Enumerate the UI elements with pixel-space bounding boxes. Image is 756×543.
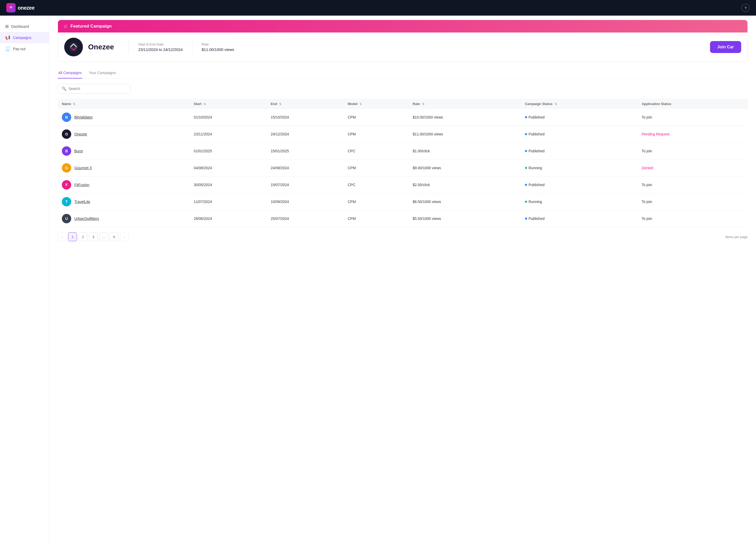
cell-rate: $5.50/1000 views	[409, 210, 521, 227]
status-dot	[525, 133, 527, 135]
featured-body: Onezee Start & End Date 23/11/2024 to 24…	[58, 32, 747, 62]
sort-icon-status: ⇅	[555, 102, 557, 106]
cell-campaign-status: Published	[521, 210, 637, 227]
prev-page-button[interactable]: ‹	[58, 232, 67, 241]
search-bar[interactable]: 🔍	[58, 84, 130, 94]
tab-your-campaigns[interactable]: Your Campaigns	[88, 68, 116, 78]
col-application-status: Application Status	[637, 99, 748, 109]
search-icon: 🔍	[62, 86, 67, 91]
cell-campaign-status: Published	[521, 176, 637, 193]
search-input[interactable]	[69, 87, 127, 91]
page-button-1[interactable]: 1	[68, 232, 77, 241]
cell-campaign-status: Running	[521, 193, 637, 210]
cell-rate: $9.00/1000 views	[409, 160, 521, 176]
featured-rate: Rate $11.00/1000 views	[202, 42, 234, 52]
col-model[interactable]: Model ⇅	[344, 99, 409, 109]
dates-label: Start & End Date	[138, 42, 183, 46]
status-label: Published	[529, 115, 545, 119]
cell-end: 10/09/2024	[267, 193, 344, 210]
cell-application-status: Pending Request	[637, 126, 748, 143]
page-button-3[interactable]: 3	[89, 232, 98, 241]
sort-icon-end: ⇅	[279, 102, 281, 106]
table-row: B Burst 01/01/2025 15/01/2025 CPC $1.00/…	[58, 143, 748, 160]
campaign-name-link[interactable]: TravelLite	[74, 200, 90, 204]
sidebar-label-payout: Pay-out	[13, 47, 25, 51]
campaign-name-link[interactable]: BitValidator	[74, 115, 93, 119]
cell-rate: $6.50/1000 views	[409, 193, 521, 210]
logo-text: onezee	[18, 5, 35, 11]
cell-application-status: Denied	[637, 160, 748, 176]
featured-campaign-name: Onezee	[88, 43, 119, 51]
col-rate[interactable]: Rate ⇅	[409, 99, 521, 109]
join-campaign-button[interactable]: Join Car	[710, 41, 741, 53]
featured-header-title: Featured Campaign	[70, 24, 112, 29]
table-row: F FitFusion 30/05/2024 15/07/2024 CPC $2…	[58, 176, 748, 193]
cell-rate: $2.00/click	[409, 176, 521, 193]
sort-icon-start: ⇅	[203, 102, 206, 106]
cell-rate: $1.00/click	[409, 143, 521, 160]
table-body: B BitValidator 01/10/2024 15/10/2024 CPM…	[58, 109, 748, 227]
campaign-name-link[interactable]: Onezee	[74, 132, 87, 136]
logo-icon	[6, 3, 16, 12]
page-button-2[interactable]: 2	[78, 232, 87, 241]
tab-all-campaigns[interactable]: All Campaigns	[58, 68, 82, 78]
col-campaign-status[interactable]: Campaign Status ⇅	[521, 99, 637, 109]
cell-campaign-status: Running	[521, 160, 637, 176]
cell-campaign-status: Published	[521, 126, 637, 143]
sidebar-item-dashboard[interactable]: ⊞ Dashboard	[0, 21, 49, 32]
cell-end: 15/01/2025	[267, 143, 344, 160]
cell-campaign-status: Published	[521, 109, 637, 126]
cell-start: 01/10/2024	[190, 109, 267, 126]
next-page-button[interactable]: ›	[120, 232, 129, 241]
table-row: U UrbanOutfitters 26/06/2024 25/07/2024 …	[58, 210, 748, 227]
meta-divider	[129, 41, 129, 54]
meta-divider-2	[192, 41, 192, 54]
cell-end: 15/07/2024	[267, 176, 344, 193]
status-label: Published	[529, 183, 545, 187]
campaign-name-link[interactable]: UrbanOutfitters	[74, 217, 99, 221]
featured-header: ☆ Featured Campaign	[58, 20, 747, 32]
pagination-row: ‹ 1 2 3 ... 6 › Items per page	[58, 227, 748, 242]
sidebar-label-dashboard: Dashboard	[11, 24, 29, 29]
application-status-label: Pending Request	[642, 132, 669, 136]
sidebar-label-campaigns: Campaigns	[13, 36, 31, 40]
cell-name: T TravelLite	[58, 193, 190, 210]
help-button[interactable]: ?	[741, 4, 750, 12]
campaign-logo: B	[62, 146, 71, 156]
rate-value: $11.00/1000 views	[202, 47, 234, 52]
application-status-label: To join	[642, 200, 652, 204]
campaign-name-link[interactable]: Burst	[74, 149, 83, 153]
campaigns-table: Name ⇅ Start ⇅ End ⇅ Model ⇅ Rate ⇅	[58, 99, 748, 227]
status-label: Published	[529, 217, 545, 221]
status-dot	[525, 150, 527, 152]
campaign-name-link[interactable]: FitFusion	[74, 183, 89, 187]
payout-icon: 🧾	[5, 46, 10, 51]
table-row: O Onezee 23/11/2024 24/12/2024 CPM $11.0…	[58, 126, 748, 143]
sidebar-item-campaigns[interactable]: 📢 Campaigns	[0, 32, 49, 43]
campaign-name-link[interactable]: Gourmet X	[74, 166, 92, 170]
sort-icon-name: ⇅	[73, 102, 75, 106]
sort-icon-model: ⇅	[359, 102, 362, 106]
table-row: B BitValidator 01/10/2024 15/10/2024 CPM…	[58, 109, 748, 126]
cell-start: 04/08/2024	[190, 160, 267, 176]
campaign-logo: T	[62, 197, 71, 206]
table-header: Name ⇅ Start ⇅ End ⇅ Model ⇅ Rate ⇅	[58, 99, 748, 109]
main-content: Campaigns ☆ Featured Campaign Onezee Sta…	[49, 0, 756, 543]
star-icon: ☆	[63, 23, 68, 29]
page-button-ellipsis: ...	[99, 232, 108, 241]
cell-end: 24/12/2024	[267, 126, 344, 143]
featured-campaign-logo	[64, 38, 83, 56]
cell-name: F FitFusion	[58, 176, 190, 193]
cell-name: G Gourmet X	[58, 160, 190, 176]
page-button-6[interactable]: 6	[110, 232, 119, 241]
col-name[interactable]: Name ⇅	[58, 99, 190, 109]
status-label: Running	[529, 166, 542, 170]
cell-model: CPM	[344, 126, 409, 143]
dashboard-icon: ⊞	[5, 24, 9, 29]
cell-name: B BitValidator	[58, 109, 190, 126]
col-start[interactable]: Start ⇅	[190, 99, 267, 109]
logo[interactable]: onezee	[6, 3, 35, 12]
col-end[interactable]: End ⇅	[267, 99, 344, 109]
cell-model: CPM	[344, 160, 409, 176]
sidebar-item-payout[interactable]: 🧾 Pay-out	[0, 43, 49, 54]
